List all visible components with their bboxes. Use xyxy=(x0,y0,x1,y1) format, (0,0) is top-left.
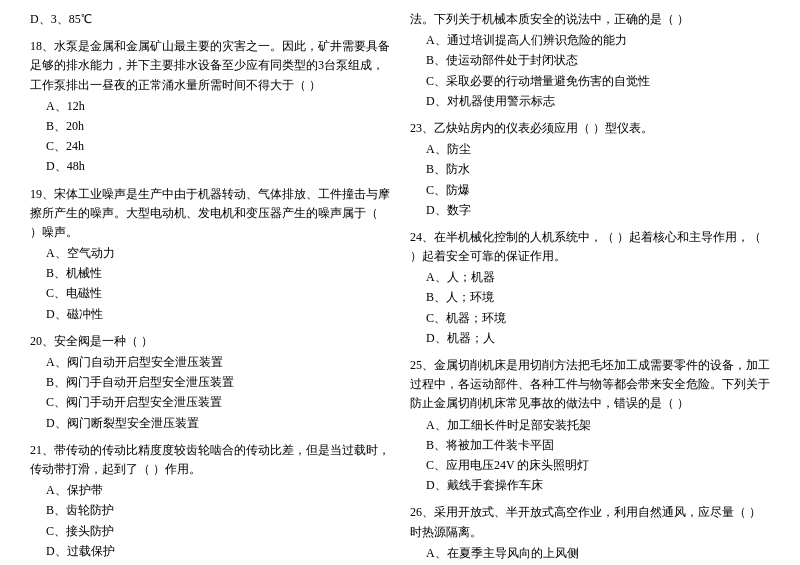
question-19-options: A、空气动力 B、机械性 C、电磁性 D、磁冲性 xyxy=(30,244,390,324)
option-24-d: D、机器；人 xyxy=(426,329,770,348)
option-26-a: A、在夏季主导风向的上风侧 xyxy=(426,544,770,563)
question-22-cont-options: A、通过培训提高人们辨识危险的能力 B、使运动部件处于封闭状态 C、采取必要的行… xyxy=(410,31,770,111)
question-23-text: 23、乙炔站房内的仪表必须应用（ ）型仪表。 xyxy=(410,119,770,138)
page-content: D、3、85℃ 18、水泵是金属和金属矿山最主要的灾害之一。因此，矿井需要具备足… xyxy=(30,10,770,565)
question-26-text: 26、采用开放式、半开放式高空作业，利用自然通风，应尽量（ ）时热源隔离。 xyxy=(410,503,770,541)
question-20-text: 20、安全阀是一种（ ） xyxy=(30,332,390,351)
right-column: 法。下列关于机械本质安全的说法中，正确的是（ ） A、通过培训提高人们辨识危险的… xyxy=(410,10,770,565)
option-19-a: A、空气动力 xyxy=(46,244,390,263)
option-21-c: C、接头防护 xyxy=(46,522,390,541)
option-25-d: D、戴线手套操作车床 xyxy=(426,476,770,495)
option-19-b: B、机械性 xyxy=(46,264,390,283)
option-21-b: B、齿轮防护 xyxy=(46,501,390,520)
question-18-text: 18、水泵是金属和金属矿山最主要的灾害之一。因此，矿井需要具备足够的排水能力，并… xyxy=(30,37,390,95)
question-26: 26、采用开放式、半开放式高空作业，利用自然通风，应尽量（ ）时热源隔离。 A、… xyxy=(410,503,770,565)
left-column: D、3、85℃ 18、水泵是金属和金属矿山最主要的灾害之一。因此，矿井需要具备足… xyxy=(30,10,390,565)
question-25-text: 25、金属切削机床是用切削方法把毛坯加工成需要零件的设备，加工过程中，各运动部件… xyxy=(410,356,770,414)
question-21-text: 21、带传动的传动比精度度较齿轮啮合的传动比差，但是当过载时，传动带打滑，起到了… xyxy=(30,441,390,479)
option-20-c: C、阀门手动开启型安全泄压装置 xyxy=(46,393,390,412)
option-20-a: A、阀门自动开启型安全泄压装置 xyxy=(46,353,390,372)
question-18: 18、水泵是金属和金属矿山最主要的灾害之一。因此，矿井需要具备足够的排水能力，并… xyxy=(30,37,390,176)
option-20-d: D、阀门断裂型安全泄压装置 xyxy=(46,414,390,433)
option-19-d: D、磁冲性 xyxy=(46,305,390,324)
question-26-options: A、在夏季主导风向的上风侧 B、在夏季主导风向的下风侧 C、在冬季主导风向的上风… xyxy=(410,544,770,565)
question-18-options: A、12h B、20h C、24h D、48h xyxy=(30,97,390,177)
option-22-a: A、通过培训提高人们辨识危险的能力 xyxy=(426,31,770,50)
option-23-a: A、防尘 xyxy=(426,140,770,159)
question-21-options: A、保护带 B、齿轮防护 C、接头防护 D、过载保护 xyxy=(30,481,390,561)
option-24-a: A、人；机器 xyxy=(426,268,770,287)
option-18-a: A、12h xyxy=(46,97,390,116)
option-21-a: A、保护带 xyxy=(46,481,390,500)
option-24-b: B、人；环境 xyxy=(426,288,770,307)
option-21-d: D、过载保护 xyxy=(46,542,390,561)
question-24-text: 24、在半机械化控制的人机系统中，（ ）起着核心和主导作用，（ ）起着安全可靠的… xyxy=(410,228,770,266)
option-24-c: C、机器；环境 xyxy=(426,309,770,328)
option-18-c: C、24h xyxy=(46,137,390,156)
option-18-d: D、48h xyxy=(46,157,390,176)
question-20-options: A、阀门自动开启型安全泄压装置 B、阀门手自动开启型安全泄压装置 C、阀门手动开… xyxy=(30,353,390,433)
question-24-options: A、人；机器 B、人；环境 C、机器；环境 D、机器；人 xyxy=(410,268,770,348)
question-d3: D、3、85℃ xyxy=(30,10,390,29)
option-22-b: B、使运动部件处于封闭状态 xyxy=(426,51,770,70)
option-22-c: C、采取必要的行动增量避免伤害的自觉性 xyxy=(426,72,770,91)
question-22-cont: 法。下列关于机械本质安全的说法中，正确的是（ ） A、通过培训提高人们辨识危险的… xyxy=(410,10,770,111)
option-23-d: D、数字 xyxy=(426,201,770,220)
question-25-options: A、加工细长件时足部安装托架 B、将被加工件装卡平固 C、应用电压24V 的床头… xyxy=(410,416,770,496)
option-20-b: B、阀门手自动开启型安全泄压装置 xyxy=(46,373,390,392)
option-25-b: B、将被加工件装卡平固 xyxy=(426,436,770,455)
question-23: 23、乙炔站房内的仪表必须应用（ ）型仪表。 A、防尘 B、防水 C、防爆 D、… xyxy=(410,119,770,220)
option-18-b: B、20h xyxy=(46,117,390,136)
question-24: 24、在半机械化控制的人机系统中，（ ）起着核心和主导作用，（ ）起着安全可靠的… xyxy=(410,228,770,348)
question-23-options: A、防尘 B、防水 C、防爆 D、数字 xyxy=(410,140,770,220)
question-20: 20、安全阀是一种（ ） A、阀门自动开启型安全泄压装置 B、阀门手自动开启型安… xyxy=(30,332,390,433)
option-25-a: A、加工细长件时足部安装托架 xyxy=(426,416,770,435)
option-23-c: C、防爆 xyxy=(426,181,770,200)
option-25-c: C、应用电压24V 的床头照明灯 xyxy=(426,456,770,475)
question-21: 21、带传动的传动比精度度较齿轮啮合的传动比差，但是当过载时，传动带打滑，起到了… xyxy=(30,441,390,561)
option-23-b: B、防水 xyxy=(426,160,770,179)
option-22-d: D、对机器使用警示标志 xyxy=(426,92,770,111)
question-19: 19、宋体工业噪声是生产中由于机器转动、气体排放、工件撞击与摩擦所产生的噪声。大… xyxy=(30,185,390,324)
question-25: 25、金属切削机床是用切削方法把毛坯加工成需要零件的设备，加工过程中，各运动部件… xyxy=(410,356,770,495)
question-22-cont-text: 法。下列关于机械本质安全的说法中，正确的是（ ） xyxy=(410,10,770,29)
option-19-c: C、电磁性 xyxy=(46,284,390,303)
question-19-text: 19、宋体工业噪声是生产中由于机器转动、气体排放、工件撞击与摩擦所产生的噪声。大… xyxy=(30,185,390,243)
question-d3-text: D、3、85℃ xyxy=(30,10,390,29)
